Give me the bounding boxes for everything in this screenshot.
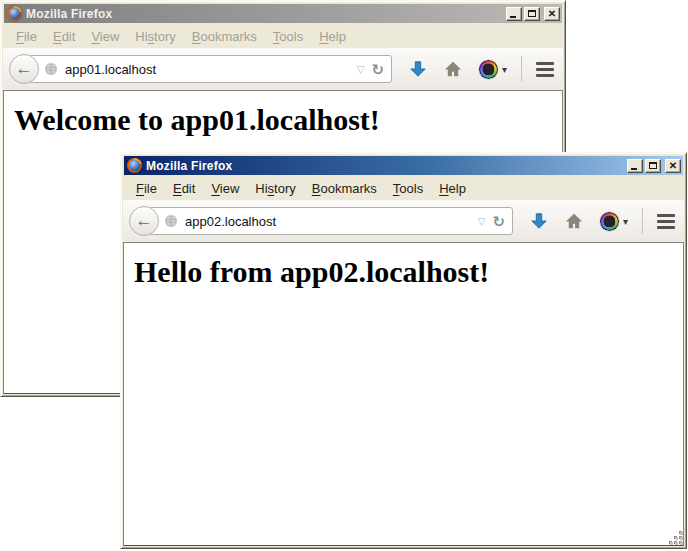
addon-button[interactable]: ▾ [479,60,507,79]
desktop: Mozilla Firefox ✕ FileEditViewHistoryBoo… [0,0,688,551]
minimize-button[interactable] [627,159,643,173]
urlbar-dropdown-icon[interactable]: ▽ [357,64,365,75]
menu-item-edit[interactable]: Edit [165,178,203,199]
menu-bar: FileEditViewHistoryBookmarksToolsHelp [123,176,684,200]
globe-icon [44,62,58,76]
close-button[interactable]: ✕ [544,7,560,21]
back-icon: ← [16,60,33,77]
hamburger-menu-button[interactable] [657,214,675,229]
menu-item-help[interactable]: Help [311,26,354,47]
hamburger-menu-button[interactable] [536,62,554,77]
page-heading: Hello from app02.localhost! [134,255,673,288]
firefox-logo-icon [127,158,142,173]
home-icon [444,60,462,78]
toolbar-separator [521,56,522,82]
resize-grip[interactable] [669,531,683,545]
globe-icon [164,214,178,228]
close-button[interactable]: ✕ [665,159,681,173]
page-content: Hello from app02.localhost! [123,242,684,546]
maximize-icon [528,10,536,17]
downloads-button[interactable] [530,212,548,230]
menu-item-view[interactable]: View [83,26,127,47]
window-controls: ✕ [506,7,560,21]
window-app02: Mozilla Firefox ✕ FileEditViewHistoryBoo… [120,152,687,549]
url-text[interactable]: app01.localhost [65,62,357,77]
chevron-down-icon: ▾ [623,216,628,227]
home-button[interactable] [444,60,462,78]
window-title: Mozilla Firefox [146,159,627,173]
home-icon [565,212,583,230]
downloads-button[interactable] [409,60,427,78]
navigation-toolbar: ← app01.localhost ▽ ↻ [3,48,563,90]
url-bar[interactable]: app02.localhost ▽ ↻ [149,207,513,235]
menu-item-tools[interactable]: Tools [265,26,311,47]
page-heading: Welcome to app01.localhost! [14,103,552,136]
chevron-down-icon: ▾ [502,64,507,75]
close-icon: ✕ [548,8,556,18]
addon-color-wheel-icon [600,212,619,231]
menu-bar: FileEditViewHistoryBookmarksToolsHelp [3,24,563,48]
maximize-button[interactable] [524,7,540,21]
menu-item-file[interactable]: File [8,26,45,47]
addon-button[interactable]: ▾ [600,212,628,231]
back-button[interactable]: ← [129,206,159,236]
menu-item-bookmarks[interactable]: Bookmarks [304,178,385,199]
titlebar[interactable]: Mozilla Firefox ✕ [4,4,562,23]
window-title: Mozilla Firefox [26,7,506,21]
menu-item-history[interactable]: History [127,26,183,47]
url-text[interactable]: app02.localhost [185,214,478,229]
home-button[interactable] [565,212,583,230]
menu-item-view[interactable]: View [203,178,247,199]
menu-item-edit[interactable]: Edit [45,26,83,47]
maximize-button[interactable] [645,159,661,173]
downloads-icon [530,212,548,230]
close-icon: ✕ [669,160,677,170]
menu-item-bookmarks[interactable]: Bookmarks [184,26,265,47]
titlebar[interactable]: Mozilla Firefox ✕ [124,156,683,175]
toolbar-separator [642,208,643,234]
url-bar[interactable]: app01.localhost ▽ ↻ [29,55,392,83]
menu-item-history[interactable]: History [247,178,303,199]
back-button[interactable]: ← [9,54,39,84]
firefox-logo-icon [7,6,22,21]
navigation-toolbar: ← app02.localhost ▽ ↻ [123,200,684,242]
urlbar-dropdown-icon[interactable]: ▽ [478,216,486,227]
menu-item-help[interactable]: Help [431,178,474,199]
minimize-button[interactable] [506,7,522,21]
minimize-icon [631,168,637,170]
addon-color-wheel-icon [479,60,498,79]
maximize-icon [649,162,657,169]
reload-button[interactable]: ↻ [492,214,505,229]
menu-item-tools[interactable]: Tools [385,178,431,199]
minimize-icon [510,16,516,18]
downloads-icon [409,60,427,78]
window-controls: ✕ [627,159,681,173]
reload-button[interactable]: ↻ [371,62,384,77]
menu-item-file[interactable]: File [128,178,165,199]
back-icon: ← [136,212,153,229]
